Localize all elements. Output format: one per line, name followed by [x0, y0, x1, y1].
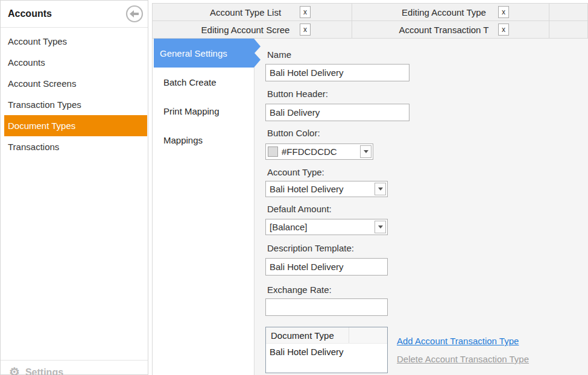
- chevron-down-icon: [364, 150, 368, 153]
- sidebar-title: Accounts: [8, 8, 52, 19]
- exchange-rate-label: Exchange Rate:: [267, 285, 332, 295]
- tab-close-button[interactable]: x: [300, 6, 311, 18]
- back-arrow-icon: [125, 5, 144, 23]
- default-amount-label: Default Amount:: [267, 204, 332, 214]
- default-amount-dropdown-button[interactable]: [375, 221, 386, 233]
- sidebar-item-account-screens[interactable]: Account Screens: [1, 73, 148, 94]
- tab-editing-account-type[interactable]: Editing Account Type x: [352, 4, 549, 21]
- chevron-down-icon: [378, 225, 383, 228]
- tab-label: Account Type List: [194, 7, 297, 17]
- delete-account-transaction-type-link[interactable]: Delete Account Transaction Type: [397, 354, 529, 364]
- sidebar-header: Accounts: [1, 1, 148, 28]
- account-type-label: Account Type:: [267, 167, 324, 177]
- button-color-label: Button Color:: [267, 128, 320, 138]
- nav-item-general-settings[interactable]: General Settings: [154, 39, 261, 68]
- back-button[interactable]: [125, 4, 144, 24]
- add-account-transaction-type-link[interactable]: Add Account Transaction Type: [397, 336, 519, 346]
- tab-strip-empty-cell: [549, 21, 588, 39]
- panel-divider: [152, 3, 153, 375]
- tab-strip-empty-cell: [549, 4, 588, 21]
- exchange-rate-input[interactable]: [265, 298, 388, 316]
- tab-close-button[interactable]: x: [498, 6, 509, 18]
- account-type-dropdown-button[interactable]: [375, 183, 386, 195]
- button-color-value: #FFDCDCDC: [278, 147, 373, 157]
- name-label: Name: [267, 49, 291, 60]
- sidebar-item-account-types[interactable]: Account Types: [1, 31, 148, 52]
- name-input[interactable]: [265, 64, 409, 81]
- description-template-label: Description Template:: [267, 243, 354, 253]
- nav-divider: [254, 37, 254, 375]
- document-type-column-header: Document Type: [271, 330, 334, 341]
- column-separator: [349, 327, 349, 343]
- list-item[interactable]: Bali Hotel Delivery: [266, 344, 387, 357]
- gear-icon: ⚙: [9, 366, 20, 375]
- color-swatch: [268, 147, 278, 157]
- chevron-down-icon: [378, 188, 383, 191]
- sidebar-item-accounts[interactable]: Accounts: [1, 52, 148, 73]
- account-type-combobox[interactable]: Bali Hotel Delivery: [265, 181, 388, 197]
- tab-strip: Account Type List x Editing Account Type…: [152, 3, 588, 39]
- tab-close-button[interactable]: x: [300, 24, 311, 36]
- tab-account-type-list[interactable]: Account Type List x: [153, 4, 352, 21]
- tab-account-transaction-type[interactable]: Account Transaction T x: [352, 21, 549, 39]
- settings-button[interactable]: ⚙ Settings: [1, 360, 148, 375]
- nav-item-batch-create[interactable]: Batch Create: [153, 74, 254, 90]
- nav-item-print-mapping[interactable]: Print Mapping: [153, 102, 254, 119]
- tab-label: Editing Account Scree: [194, 25, 297, 35]
- default-amount-combobox[interactable]: [Balance]: [265, 219, 388, 235]
- document-type-list: Document Type Bali Hotel Delivery: [265, 327, 388, 373]
- sidebar-menu: Account Types Accounts Account Screens T…: [1, 31, 148, 157]
- sidebar-item-transactions[interactable]: Transactions: [1, 136, 148, 157]
- settings-label: Settings: [25, 366, 63, 375]
- tab-close-button[interactable]: x: [498, 24, 509, 36]
- nav-item-mappings[interactable]: Mappings: [153, 131, 254, 148]
- tab-label: Editing Account Type: [392, 7, 496, 17]
- description-template-input[interactable]: [265, 258, 388, 276]
- sidebar: Accounts Account Types Accounts Account …: [0, 0, 148, 375]
- sidebar-item-document-types[interactable]: Document Types: [4, 115, 147, 136]
- account-type-value: Bali Hotel Delivery: [266, 184, 387, 194]
- document-type-list-header: Document Type: [266, 327, 387, 344]
- button-color-dropdown-button[interactable]: [360, 145, 371, 158]
- button-header-label: Button Header:: [267, 89, 328, 99]
- default-amount-value: [Balance]: [266, 222, 387, 232]
- sidebar-item-transaction-types[interactable]: Transaction Types: [1, 94, 148, 115]
- tab-label: Account Transaction T: [392, 25, 496, 35]
- button-header-input[interactable]: [265, 104, 409, 121]
- button-color-combobox[interactable]: #FFDCDCDC: [265, 143, 373, 160]
- tab-editing-account-screen[interactable]: Editing Account Scree x: [153, 21, 352, 39]
